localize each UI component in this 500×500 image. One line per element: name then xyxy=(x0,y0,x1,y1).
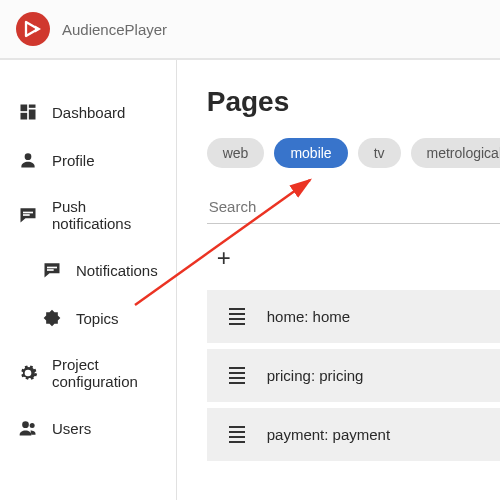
users-icon xyxy=(18,418,38,438)
gear-icon xyxy=(18,363,38,383)
svg-point-0 xyxy=(16,12,50,46)
brand-name: AudiencePlayer xyxy=(62,21,167,38)
list-item[interactable]: payment: payment xyxy=(207,408,500,461)
star-badge-icon xyxy=(42,308,62,328)
svg-rect-7 xyxy=(23,212,33,214)
brand[interactable]: AudiencePlayer xyxy=(16,12,167,46)
sidebar-item-label: Users xyxy=(52,420,91,437)
filter-chip-web[interactable]: web xyxy=(207,138,265,168)
svg-rect-9 xyxy=(47,267,57,269)
list-item[interactable]: pricing: pricing xyxy=(207,349,500,402)
svg-point-11 xyxy=(22,421,29,428)
add-row: + xyxy=(207,224,500,290)
chat-icon xyxy=(42,260,62,280)
filter-chip-metrological[interactable]: metrological xyxy=(411,138,500,168)
sidebar-item-dashboard[interactable]: Dashboard xyxy=(0,88,176,136)
drag-handle-icon[interactable] xyxy=(229,426,245,443)
drag-handle-icon[interactable] xyxy=(229,367,245,384)
svg-rect-3 xyxy=(29,105,36,108)
search-input[interactable] xyxy=(207,190,500,224)
filter-chips: web mobile tv metrological xyxy=(207,138,500,168)
drag-handle-icon[interactable] xyxy=(229,308,245,325)
page-title: Pages xyxy=(207,86,500,118)
sidebar-item-push-notifications[interactable]: Push notifications xyxy=(0,184,176,246)
push-icon xyxy=(18,205,38,225)
sidebar-item-users[interactable]: Users xyxy=(0,404,176,452)
filter-chip-mobile[interactable]: mobile xyxy=(274,138,347,168)
topbar: AudiencePlayer xyxy=(0,0,500,60)
sidebar-item-profile[interactable]: Profile xyxy=(0,136,176,184)
list-item-label: pricing: pricing xyxy=(267,367,364,384)
profile-icon xyxy=(18,150,38,170)
sidebar-item-label: Project configuration xyxy=(52,356,158,390)
sidebar-item-project-config[interactable]: Project configuration xyxy=(0,342,176,404)
svg-rect-8 xyxy=(23,214,30,216)
dashboard-icon xyxy=(18,102,38,122)
filter-chip-tv[interactable]: tv xyxy=(358,138,401,168)
brand-logo-icon xyxy=(16,12,50,46)
add-button[interactable]: + xyxy=(217,244,231,271)
svg-point-12 xyxy=(30,423,35,428)
svg-rect-4 xyxy=(29,110,36,120)
sidebar-item-topics[interactable]: Topics xyxy=(0,294,176,342)
list-item[interactable]: home: home xyxy=(207,290,500,343)
sidebar-item-notifications[interactable]: Notifications xyxy=(0,246,176,294)
pages-list: home: home pricing: pricing payment: pay… xyxy=(207,290,500,461)
sidebar: Dashboard Profile Push notifications xyxy=(0,60,177,500)
list-item-label: payment: payment xyxy=(267,426,390,443)
svg-point-6 xyxy=(25,153,32,160)
sidebar-item-label: Dashboard xyxy=(52,104,125,121)
sidebar-item-label: Push notifications xyxy=(52,198,158,232)
sidebar-item-label: Notifications xyxy=(76,262,158,279)
sidebar-item-label: Profile xyxy=(52,152,95,169)
svg-rect-10 xyxy=(47,269,54,271)
svg-rect-5 xyxy=(21,113,28,120)
sidebar-item-label: Topics xyxy=(76,310,119,327)
svg-rect-2 xyxy=(21,105,28,112)
main-content: Pages web mobile tv metrological + home:… xyxy=(177,60,500,500)
list-item-label: home: home xyxy=(267,308,350,325)
